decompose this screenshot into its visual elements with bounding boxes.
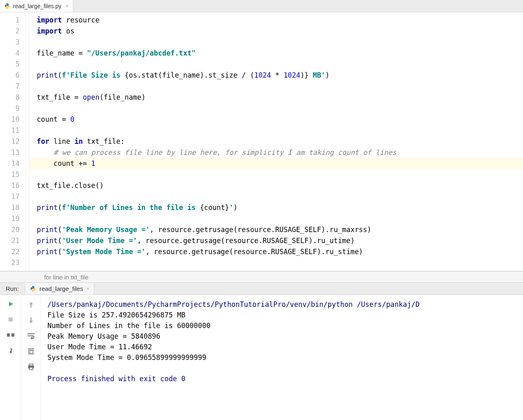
- breadcrumb-text: for line in txt_file: [44, 274, 88, 281]
- svg-rect-1: [7, 333, 10, 337]
- line-number: 20: [0, 224, 20, 235]
- python-file-icon: [4, 3, 11, 9]
- code-line[interactable]: print(f'File Size is {os.stat(file_name)…: [37, 70, 523, 81]
- line-number: 23: [0, 257, 20, 268]
- code-line[interactable]: [37, 125, 523, 136]
- scroll-up-button[interactable]: [26, 300, 36, 310]
- line-number: 8: [0, 92, 20, 103]
- code-line[interactable]: print('Peak Memory Usage =', resource.ge…: [37, 224, 523, 235]
- line-number: 21: [0, 235, 20, 246]
- run-panel-body: /Users/pankaj/Documents/PycharmProjects/…: [0, 295, 523, 420]
- code-line[interactable]: [37, 37, 523, 48]
- run-panel-label: Run:: [0, 283, 25, 295]
- editor-tab[interactable]: read_large_files.py ×: [0, 0, 73, 12]
- line-number: 12: [0, 136, 20, 147]
- code-line[interactable]: print('System Mode Time =', resource.get…: [37, 246, 523, 257]
- line-number: 19: [0, 213, 20, 224]
- code-line[interactable]: [37, 169, 523, 180]
- svg-rect-5: [29, 364, 33, 366]
- line-number: 14: [0, 158, 20, 169]
- console-output[interactable]: /Users/pankaj/Documents/PycharmProjects/…: [41, 295, 523, 420]
- code-line[interactable]: print(f'Number of Lines in the file is {…: [37, 202, 523, 213]
- line-number: 9: [0, 103, 20, 114]
- close-tab-icon[interactable]: ×: [65, 3, 69, 9]
- code-line[interactable]: [37, 81, 523, 92]
- line-number: 15: [0, 169, 20, 180]
- line-number: 10: [0, 114, 20, 125]
- python-run-icon: [30, 286, 36, 292]
- console-line: User Mode Time = 11.46692: [47, 342, 523, 352]
- line-number: 6: [0, 70, 20, 81]
- code-line[interactable]: import os: [37, 26, 523, 37]
- code-line[interactable]: [37, 257, 523, 268]
- code-line[interactable]: count += 1: [29, 158, 523, 169]
- code-line[interactable]: [37, 213, 523, 224]
- code-line[interactable]: [37, 191, 523, 202]
- editor-tab-bar: read_large_files.py ×: [0, 0, 523, 12]
- line-number: 5: [0, 59, 20, 70]
- console-line: Peak Memory Usage = 5840896: [47, 331, 523, 342]
- soft-wrap-button[interactable]: [26, 331, 36, 341]
- fold-column: [23, 12, 29, 271]
- line-number: 4: [0, 48, 20, 59]
- line-number: 18: [0, 202, 20, 213]
- line-number-gutter: 1234567891011121314151617181920212223: [0, 12, 23, 271]
- svg-rect-4: [30, 317, 31, 321]
- svg-rect-3: [30, 304, 31, 308]
- breadcrumb[interactable]: for line in txt_file: [0, 271, 523, 283]
- code-line[interactable]: count = 0: [37, 114, 523, 125]
- close-run-tab-icon[interactable]: ×: [86, 286, 89, 292]
- svg-rect-0: [9, 317, 13, 322]
- code-line[interactable]: txt_file = open(file_name): [37, 92, 523, 103]
- stop-button[interactable]: [6, 315, 16, 324]
- code-line[interactable]: for line in txt_file:: [37, 136, 523, 147]
- line-number: 22: [0, 246, 20, 257]
- console-line: System Mode Time = 0.09655899999999999: [47, 352, 523, 363]
- svg-rect-2: [11, 333, 14, 337]
- code-line[interactable]: print('User Mode Time =', resource.getru…: [37, 235, 523, 246]
- run-panel-header: Run: read_large_files ×: [0, 283, 523, 295]
- svg-rect-7: [29, 367, 33, 370]
- run-tool-column-left: [0, 295, 21, 420]
- code-line[interactable]: [37, 59, 523, 70]
- line-number: 16: [0, 180, 20, 191]
- line-number: 7: [0, 81, 20, 92]
- print-button[interactable]: [26, 362, 36, 372]
- code-editor[interactable]: 1234567891011121314151617181920212223 im…: [0, 12, 523, 271]
- console-line: Process finished with exit code 0: [47, 373, 523, 384]
- scroll-down-button[interactable]: [26, 315, 36, 325]
- console-line: Number of Lines in the file is 60000000: [47, 320, 523, 331]
- code-line[interactable]: file_name = "/Users/pankaj/abcdef.txt": [37, 48, 523, 59]
- line-number: 13: [0, 147, 20, 158]
- line-number: 1: [0, 15, 20, 26]
- line-number: 17: [0, 191, 20, 202]
- run-tab-label: read_large_files: [40, 285, 83, 292]
- code-line[interactable]: txt_file.close(): [37, 180, 523, 191]
- line-number: 2: [0, 26, 20, 37]
- code-line[interactable]: [37, 103, 523, 114]
- code-area[interactable]: import resourceimport os file_name = "/U…: [29, 12, 523, 271]
- scroll-to-end-button[interactable]: [26, 346, 36, 356]
- run-tool-column-right: [21, 295, 41, 420]
- editor-tab-label: read_large_files.py: [13, 3, 61, 9]
- line-number: 11: [0, 125, 20, 136]
- run-button[interactable]: [6, 299, 16, 309]
- line-number: 3: [0, 37, 20, 48]
- pin-button[interactable]: [6, 346, 16, 355]
- layout-button[interactable]: [6, 330, 16, 340]
- console-line: File Size is 257.4920654296875 MB: [47, 310, 523, 320]
- console-line: /Users/pankaj/Documents/PycharmProjects/…: [47, 299, 523, 310]
- console-line: [47, 363, 523, 373]
- code-line[interactable]: # we can process file line by line here,…: [37, 147, 523, 158]
- run-config-tab[interactable]: read_large_files ×: [25, 283, 95, 295]
- code-line[interactable]: import resource: [37, 15, 523, 26]
